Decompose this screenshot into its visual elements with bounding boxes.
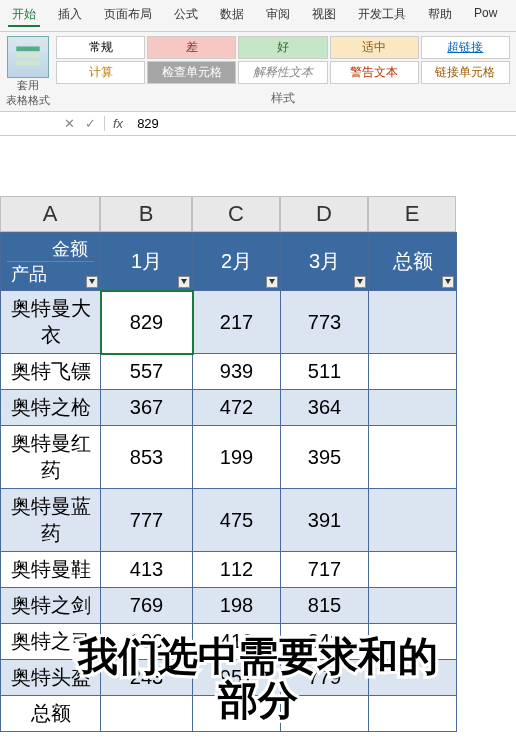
data-cell[interactable]: 829 xyxy=(101,291,193,354)
data-cell[interactable] xyxy=(369,552,457,588)
filter-icon[interactable] xyxy=(178,276,190,288)
filter-icon[interactable] xyxy=(86,276,98,288)
video-caption: 我们选中需要求和的部分 xyxy=(0,634,516,722)
column-header[interactable]: A xyxy=(0,196,100,232)
data-cell[interactable]: 413 xyxy=(101,552,193,588)
product-cell[interactable]: 奥特曼蓝药 xyxy=(1,489,101,552)
filter-icon[interactable] xyxy=(266,276,278,288)
style-normal[interactable]: 常规 xyxy=(56,36,145,59)
ribbon-body: 套用 表格格式 常规 差 好 适中 超链接 计算 检查单元格 解释性文本 警告文… xyxy=(0,32,516,112)
column-header[interactable]: D xyxy=(280,196,368,232)
data-cell[interactable] xyxy=(369,291,457,354)
data-cell[interactable]: 395 xyxy=(281,426,369,489)
table-row: 奥特之枪367472364 xyxy=(1,390,457,426)
data-cell[interactable] xyxy=(369,354,457,390)
data-cell[interactable]: 475 xyxy=(193,489,281,552)
table-row: 奥特曼蓝药777475391 xyxy=(1,489,457,552)
cell-styles-group: 常规 差 好 适中 超链接 计算 检查单元格 解释性文本 警告文本 链接单元格 … xyxy=(56,36,510,109)
column-header[interactable]: C xyxy=(192,196,280,232)
data-cell[interactable]: 511 xyxy=(281,354,369,390)
svg-rect-1 xyxy=(16,54,39,59)
header-total[interactable]: 总额 xyxy=(369,233,457,291)
format-as-table-group: 套用 表格格式 xyxy=(6,36,50,108)
product-cell[interactable]: 奥特曼鞋 xyxy=(1,552,101,588)
ribbon-tab[interactable]: 开发工具 xyxy=(354,4,410,27)
svg-rect-2 xyxy=(16,61,39,66)
enter-icon[interactable]: ✓ xyxy=(85,116,96,131)
format-as-table-label: 套用 表格格式 xyxy=(6,78,50,108)
data-cell[interactable]: 815 xyxy=(281,588,369,624)
data-cell[interactable]: 717 xyxy=(281,552,369,588)
style-calc[interactable]: 计算 xyxy=(56,61,145,84)
style-neutral[interactable]: 适中 xyxy=(330,36,419,59)
styles-group-label: 样式 xyxy=(56,84,510,109)
data-cell[interactable]: 939 xyxy=(193,354,281,390)
data-cell[interactable]: 199 xyxy=(193,426,281,489)
table-row: 奥特曼大衣829217773 xyxy=(1,291,457,354)
ribbon-tab[interactable]: 页面布局 xyxy=(100,4,156,27)
ribbon-tab[interactable]: 插入 xyxy=(54,4,86,27)
ribbon-tab[interactable]: 开始 xyxy=(8,4,40,27)
data-cell[interactable] xyxy=(369,489,457,552)
ribbon-tab[interactable]: 审阅 xyxy=(262,4,294,27)
style-explain[interactable]: 解释性文本 xyxy=(238,61,327,84)
style-warn[interactable]: 警告文本 xyxy=(330,61,419,84)
product-cell[interactable]: 奥特曼红药 xyxy=(1,426,101,489)
data-cell[interactable]: 472 xyxy=(193,390,281,426)
ribbon-tab[interactable]: Pow xyxy=(470,4,501,27)
data-cell[interactable]: 391 xyxy=(281,489,369,552)
fx-label[interactable]: fx xyxy=(105,116,131,131)
product-cell[interactable]: 奥特曼大衣 xyxy=(1,291,101,354)
header-month-2[interactable]: 2月 xyxy=(193,233,281,291)
data-cell[interactable]: 769 xyxy=(101,588,193,624)
cancel-icon[interactable]: ✕ xyxy=(64,116,75,131)
formula-value[interactable]: 829 xyxy=(131,116,159,131)
corner-top-label: 金额 xyxy=(7,237,94,262)
data-cell[interactable] xyxy=(369,588,457,624)
ribbon-tab[interactable]: 帮助 xyxy=(424,4,456,27)
data-cell[interactable]: 198 xyxy=(193,588,281,624)
data-cell[interactable] xyxy=(369,390,457,426)
data-cell[interactable]: 853 xyxy=(101,426,193,489)
column-header[interactable]: E xyxy=(368,196,456,232)
column-header[interactable]: B xyxy=(100,196,192,232)
product-cell[interactable]: 奥特飞镖 xyxy=(1,354,101,390)
style-check[interactable]: 检查单元格 xyxy=(147,61,236,84)
header-month-1[interactable]: 1月 xyxy=(101,233,193,291)
formula-bar: ✕ ✓ fx 829 xyxy=(0,112,516,136)
style-hyperlink[interactable]: 超链接 xyxy=(421,36,510,59)
style-bad[interactable]: 差 xyxy=(147,36,236,59)
style-good[interactable]: 好 xyxy=(238,36,327,59)
product-cell[interactable]: 奥特之枪 xyxy=(1,390,101,426)
product-cell[interactable]: 奥特之剑 xyxy=(1,588,101,624)
svg-rect-0 xyxy=(16,47,39,52)
data-cell[interactable]: 773 xyxy=(281,291,369,354)
format-as-table-button[interactable] xyxy=(7,36,49,78)
ribbon-tabs: 开始插入页面布局公式数据审阅视图开发工具帮助Pow xyxy=(0,0,516,32)
header-month-3[interactable]: 3月 xyxy=(281,233,369,291)
corner-header[interactable]: 金额 产品 xyxy=(1,233,101,291)
data-cell[interactable]: 112 xyxy=(193,552,281,588)
filter-icon[interactable] xyxy=(354,276,366,288)
data-cell[interactable]: 777 xyxy=(101,489,193,552)
data-cell[interactable]: 364 xyxy=(281,390,369,426)
ribbon-tab[interactable]: 数据 xyxy=(216,4,248,27)
ribbon-tab[interactable]: 视图 xyxy=(308,4,340,27)
corner-bottom-label: 产品 xyxy=(11,264,47,284)
data-cell[interactable]: 557 xyxy=(101,354,193,390)
style-linkcell[interactable]: 链接单元格 xyxy=(421,61,510,84)
filter-icon[interactable] xyxy=(442,276,454,288)
table-row: 奥特曼红药853199395 xyxy=(1,426,457,489)
ribbon-tab[interactable]: 公式 xyxy=(170,4,202,27)
table-row: 奥特飞镖557939511 xyxy=(1,354,457,390)
data-cell[interactable]: 217 xyxy=(193,291,281,354)
column-headers: ABCDE xyxy=(0,196,516,232)
table-row: 奥特之剑769198815 xyxy=(1,588,457,624)
data-cell[interactable] xyxy=(369,426,457,489)
table-row: 奥特曼鞋413112717 xyxy=(1,552,457,588)
data-cell[interactable]: 367 xyxy=(101,390,193,426)
